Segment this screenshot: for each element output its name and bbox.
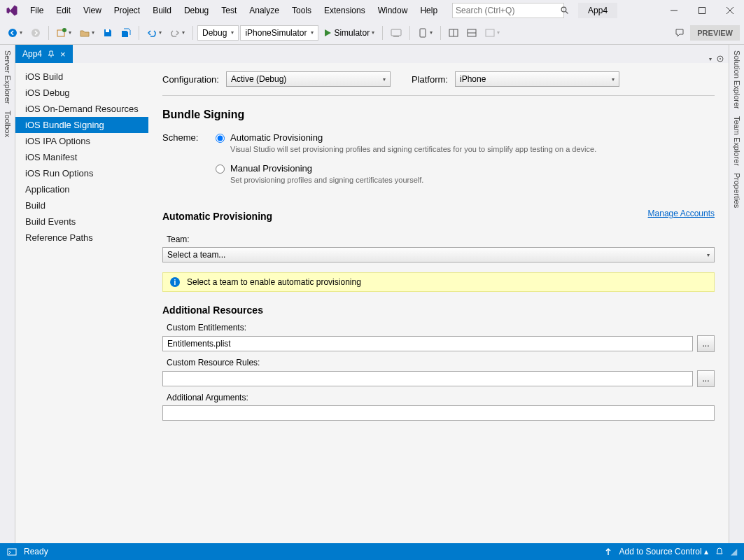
- svg-point-20: [720, 58, 721, 59]
- search-input[interactable]: [456, 6, 561, 15]
- sidebar-item-reference-paths[interactable]: Reference Paths: [15, 230, 148, 246]
- publish-icon[interactable]: [604, 547, 612, 556]
- radio-manual-desc: Set provisioning profiles and signing ce…: [230, 176, 423, 184]
- status-ready: Ready: [24, 547, 48, 556]
- menu-tools[interactable]: Tools: [286, 1, 318, 20]
- undo-button[interactable]: ▾: [143, 26, 165, 40]
- vs-logo-icon: [0, 4, 24, 17]
- nav-back-button[interactable]: ▾: [4, 26, 26, 40]
- body-area: Server Explorer Toolbox App4 × ▾ iOS Bui…: [0, 45, 744, 543]
- menu-test[interactable]: Test: [215, 1, 243, 20]
- target-dropdown[interactable]: iPhoneSimulator▾: [240, 25, 318, 41]
- menu-analyze[interactable]: Analyze: [243, 1, 286, 20]
- source-control-button[interactable]: Add to Source Control ▴: [619, 547, 708, 556]
- config-row: Configuration: Active (Debug)▾ Platform:…: [162, 71, 715, 96]
- svg-rect-12: [393, 36, 399, 37]
- menu-debug[interactable]: Debug: [178, 1, 215, 20]
- custom-entitlements-input[interactable]: [162, 336, 693, 351]
- radio-manual[interactable]: Manual Provisioning Set provisioning pro…: [216, 163, 596, 184]
- separator: [440, 26, 441, 40]
- team-dropdown[interactable]: Select a team...▾: [162, 247, 715, 262]
- svg-rect-3: [699, 8, 706, 14]
- solution-explorer-tab[interactable]: Solution Explorer: [733, 50, 741, 109]
- search-box[interactable]: [452, 3, 564, 18]
- browse-resource-rules-button[interactable]: ...: [697, 370, 715, 387]
- automatic-provisioning-heading: Automatic Provisioning: [162, 211, 272, 222]
- properties-tab[interactable]: Properties: [733, 173, 741, 208]
- tab-app4[interactable]: App4 ×: [15, 45, 73, 63]
- sidebar-item-ios-ipa[interactable]: iOS IPA Options: [15, 133, 148, 149]
- separator: [192, 26, 193, 40]
- radio-automatic[interactable]: Automatic Provisioning Visual Studio wil…: [216, 132, 596, 153]
- menu-build[interactable]: Build: [146, 1, 178, 20]
- menu-file[interactable]: File: [24, 1, 50, 20]
- tab-options-icon[interactable]: [716, 55, 724, 63]
- sidebar-item-ios-bundle-signing[interactable]: iOS Bundle Signing: [15, 117, 148, 133]
- configuration-dropdown[interactable]: Active (Debug)▾: [226, 71, 391, 87]
- notifications-icon[interactable]: [715, 547, 724, 556]
- menu-view[interactable]: View: [77, 1, 108, 20]
- custom-resource-rules-label: Custom Resource Rules:: [162, 358, 715, 368]
- redo-button[interactable]: ▾: [167, 26, 188, 40]
- resize-grip-icon[interactable]: ◢: [731, 547, 737, 556]
- server-explorer-tab[interactable]: Server Explorer: [3, 50, 12, 104]
- feedback-button[interactable]: [671, 25, 689, 41]
- menu-project[interactable]: Project: [108, 1, 146, 20]
- sidebar-item-build[interactable]: Build: [15, 197, 148, 214]
- minimize-button[interactable]: [660, 0, 688, 21]
- save-all-button[interactable]: [118, 26, 134, 40]
- radio-automatic-input[interactable]: [216, 134, 225, 143]
- status-output-icon[interactable]: [7, 547, 17, 556]
- tab-strip-tools: ▾: [709, 55, 729, 63]
- sidebar-item-ios-manifest[interactable]: iOS Manifest: [15, 149, 148, 165]
- platform-dropdown[interactable]: iPhone▾: [455, 71, 619, 87]
- menu-window[interactable]: Window: [372, 1, 414, 20]
- svg-point-9: [62, 28, 66, 32]
- save-button[interactable]: [99, 26, 116, 40]
- scheme-row: Scheme: Automatic Provisioning Visual St…: [162, 132, 715, 184]
- sidebar-item-ios-debug[interactable]: iOS Debug: [15, 85, 148, 101]
- tab-label: App4: [22, 49, 42, 59]
- sidebar-item-ios-run[interactable]: iOS Run Options: [15, 165, 148, 181]
- tab-overflow-button[interactable]: ▾: [709, 56, 712, 62]
- close-icon[interactable]: ×: [60, 49, 66, 59]
- nav-forward-button[interactable]: [27, 26, 44, 40]
- svg-rect-11: [391, 29, 401, 36]
- menu-edit[interactable]: Edit: [50, 1, 77, 20]
- info-banner: i Select a team to enable automatic prov…: [162, 272, 715, 292]
- sidebar-item-ios-ondemand[interactable]: iOS On-Demand Resources: [15, 101, 148, 117]
- sidebar-item-application[interactable]: Application: [15, 181, 148, 197]
- close-button[interactable]: [716, 0, 744, 21]
- radio-manual-title: Manual Provisioning: [230, 163, 423, 174]
- open-file-button[interactable]: ▾: [76, 26, 98, 40]
- browse-entitlements-button[interactable]: ...: [697, 335, 715, 352]
- menu-extensions[interactable]: Extensions: [318, 1, 372, 20]
- automatic-provisioning-header: Automatic Provisioning Manage Accounts: [162, 198, 715, 229]
- maximize-button[interactable]: [688, 0, 716, 21]
- main-menu: File Edit View Project Build Debug Test …: [24, 1, 444, 20]
- layout-button-1[interactable]: [445, 26, 462, 40]
- layout-button-2[interactable]: [463, 26, 480, 40]
- start-button[interactable]: Simulator▾: [320, 26, 378, 40]
- pair-mac-button[interactable]: [387, 26, 405, 40]
- separator: [48, 26, 49, 40]
- config-dropdown[interactable]: Debug▾: [197, 25, 239, 41]
- additional-resources-heading: Additional Resources: [162, 304, 715, 316]
- radio-manual-input[interactable]: [216, 164, 225, 174]
- manage-accounts-link[interactable]: Manage Accounts: [648, 209, 715, 218]
- toolbox-tab[interactable]: Toolbox: [3, 111, 12, 137]
- layout-button-3[interactable]: ▾: [482, 26, 503, 40]
- svg-rect-18: [486, 29, 494, 36]
- custom-resource-rules-input[interactable]: [162, 371, 693, 386]
- team-explorer-tab[interactable]: Team Explorer: [733, 116, 741, 166]
- svg-point-7: [31, 29, 40, 37]
- svg-rect-13: [420, 29, 426, 37]
- pin-icon[interactable]: [48, 50, 55, 57]
- device-button[interactable]: ▾: [414, 26, 436, 40]
- sidebar-item-build-events[interactable]: Build Events: [15, 214, 148, 230]
- menu-help[interactable]: Help: [414, 1, 444, 20]
- sidebar-item-ios-build[interactable]: iOS Build: [15, 69, 148, 85]
- new-project-button[interactable]: ▾: [53, 26, 75, 40]
- additional-arguments-input[interactable]: [162, 405, 715, 421]
- preview-badge: PREVIEW: [690, 25, 740, 41]
